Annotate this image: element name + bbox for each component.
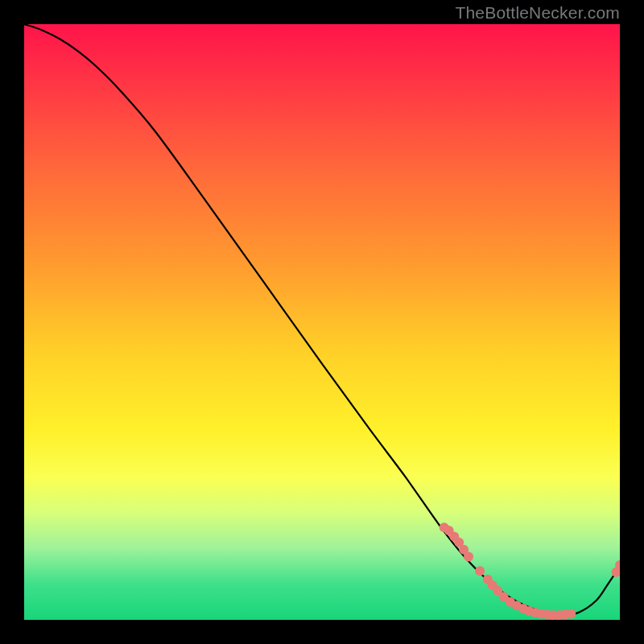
- highlight-dot: [459, 545, 469, 555]
- highlight-dot: [444, 526, 454, 535]
- highlight-dot: [499, 592, 509, 601]
- highlight-dot: [464, 552, 473, 562]
- highlight-dot: [518, 604, 528, 613]
- highlight-dot: [506, 597, 515, 607]
- chart-stage: TheBottleNecker.com: [0, 0, 644, 644]
- highlight-dot: [449, 531, 459, 541]
- bottleneck-curve: [24, 24, 620, 615]
- highlight-dot: [454, 538, 464, 547]
- highlight-dot: [536, 609, 546, 619]
- highlight-dot: [560, 609, 570, 619]
- highlight-dot: [548, 610, 558, 620]
- highlight-dot: [543, 609, 552, 619]
- highlight-dot: [525, 606, 535, 616]
- highlight-dot: [615, 560, 620, 570]
- highlight-dot: [566, 609, 576, 619]
- highlight-dots: [440, 522, 620, 620]
- plot-area: [24, 24, 620, 620]
- highlight-dot: [488, 580, 497, 590]
- highlight-dot: [493, 586, 502, 596]
- highlight-dot: [483, 575, 493, 584]
- curve-layer: [24, 24, 620, 620]
- highlight-dot: [555, 610, 564, 620]
- highlight-dot: [530, 608, 540, 617]
- highlight-dot: [475, 566, 485, 576]
- highlight-dot: [440, 522, 449, 532]
- highlight-dot: [612, 568, 620, 577]
- highlight-dot: [512, 601, 522, 610]
- watermark-text: TheBottleNecker.com: [455, 3, 620, 23]
